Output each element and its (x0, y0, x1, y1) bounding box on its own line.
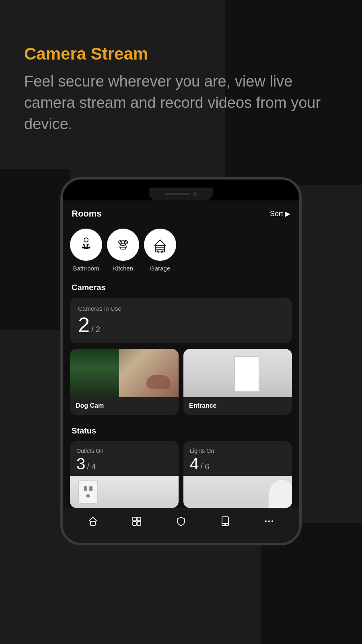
lights-thumbnail (183, 476, 292, 508)
nav-tablet[interactable] (219, 515, 232, 528)
lights-label: Lights On (190, 448, 286, 454)
hero-subtitle: Feel secure wherever you are, view live … (24, 71, 338, 135)
nav-shield[interactable] (175, 515, 187, 528)
outlets-card-top: Outlets On 3 / 4 (70, 441, 179, 476)
more-icon (263, 515, 276, 528)
page-title: Rooms (72, 208, 102, 219)
chef-icon (114, 236, 132, 254)
shower-icon (77, 236, 95, 254)
svg-point-9 (86, 248, 87, 249)
outlets-count-big: 3 (76, 456, 85, 472)
bulb-shape (268, 479, 292, 508)
hero-section: Camera Stream Feel secure wherever you a… (24, 44, 338, 135)
camera-grid: Dog Cam Entrance (70, 349, 292, 415)
svg-rect-26 (133, 517, 136, 521)
phone-frame: Rooms Sort ▶ (60, 177, 302, 545)
cameras-count-row: 2 / 2 (78, 314, 284, 335)
room-label-garage: Garage (150, 265, 170, 272)
phone-header: Rooms Sort ▶ (70, 200, 292, 225)
status-section-title: Status (70, 423, 292, 441)
status-outlets[interactable]: Outlets On 3 / 4 (70, 441, 179, 508)
svg-point-7 (82, 247, 84, 248)
cameras-count-big: 2 (78, 314, 90, 335)
lights-count-big: 4 (190, 456, 199, 472)
room-icon-kitchen (107, 229, 139, 261)
nav-grid[interactable] (130, 515, 143, 528)
room-garage[interactable]: Garage (144, 229, 176, 272)
shield-icon (175, 515, 187, 528)
camera-entrance[interactable]: Entrance (183, 349, 292, 415)
room-icon-garage (144, 229, 176, 261)
svg-point-32 (225, 524, 226, 525)
outlet-hole-left (84, 486, 87, 491)
bg-panel-left (0, 169, 70, 330)
cameras-count-total: / 2 (91, 325, 100, 334)
svg-point-11 (89, 247, 90, 248)
outlets-thumbnail (70, 476, 179, 508)
svg-rect-27 (137, 517, 141, 521)
notch-speaker (165, 193, 189, 195)
outlet-hole-bottom (86, 494, 90, 497)
outlets-count-row: 3 / 4 (76, 456, 172, 472)
lights-card-top: Lights On 4 / 6 (183, 441, 292, 476)
phone-content: Rooms Sort ▶ (63, 200, 299, 508)
room-bathroom[interactable]: Bathroom (70, 229, 102, 272)
outlet-holes-top (84, 486, 93, 491)
svg-point-10 (87, 248, 88, 249)
tablet-icon (219, 515, 232, 528)
nav-home[interactable] (86, 515, 99, 528)
entrance-thumbnail (183, 349, 292, 397)
lights-count-total: / 6 (200, 462, 209, 471)
cameras-in-use-card[interactable]: Cameras in Use 2 / 2 (70, 298, 292, 343)
svg-rect-19 (156, 246, 165, 252)
svg-rect-28 (133, 522, 136, 525)
rooms-row: Bathroom (70, 225, 292, 280)
phone-notch (63, 180, 299, 200)
bulb-image (183, 476, 292, 508)
cameras-section-title: Cameras (70, 280, 292, 298)
svg-line-6 (88, 244, 89, 246)
outlet-shape (78, 480, 98, 504)
phone-mockup: Rooms Sort ▶ (60, 177, 302, 644)
room-label-bathroom: Bathroom (73, 265, 99, 272)
svg-point-34 (268, 520, 270, 522)
svg-rect-25 (90, 521, 95, 525)
status-lights[interactable]: Lights On 4 / 6 (183, 441, 292, 508)
svg-line-2 (83, 244, 84, 246)
svg-point-0 (84, 238, 88, 242)
svg-point-35 (272, 520, 273, 522)
nav-more[interactable] (263, 515, 276, 528)
camera-dogcam[interactable]: Dog Cam (70, 349, 179, 415)
entrance-label: Entrance (183, 397, 292, 415)
outlet-hole-right (89, 486, 93, 491)
svg-line-3 (84, 244, 85, 247)
lights-count-row: 4 / 6 (190, 456, 286, 472)
outlets-count-total: / 4 (87, 462, 96, 471)
cameras-in-use-label: Cameras in Use (78, 305, 284, 312)
svg-point-33 (265, 520, 267, 522)
svg-line-5 (87, 244, 88, 247)
notch-cutout (149, 188, 213, 200)
sort-button[interactable]: Sort ▶ (270, 209, 290, 218)
hero-title: Camera Stream (24, 44, 338, 64)
room-label-kitchen: Kitchen (113, 265, 133, 272)
dogcam-thumbnail (70, 349, 179, 397)
status-grid: Outlets On 3 / 4 (70, 441, 292, 508)
home-icon (86, 515, 99, 528)
garage-icon (151, 236, 169, 254)
notch-camera (193, 192, 197, 196)
room-kitchen[interactable]: Kitchen (107, 229, 139, 272)
outlet-image (70, 476, 179, 508)
svg-rect-29 (137, 522, 141, 525)
svg-point-8 (84, 248, 85, 249)
dogcam-label: Dog Cam (70, 397, 179, 415)
outlets-label: Outlets On (76, 448, 172, 454)
room-icon-bathroom (70, 229, 102, 261)
bottom-nav (63, 508, 299, 531)
grid-icon (130, 515, 143, 528)
